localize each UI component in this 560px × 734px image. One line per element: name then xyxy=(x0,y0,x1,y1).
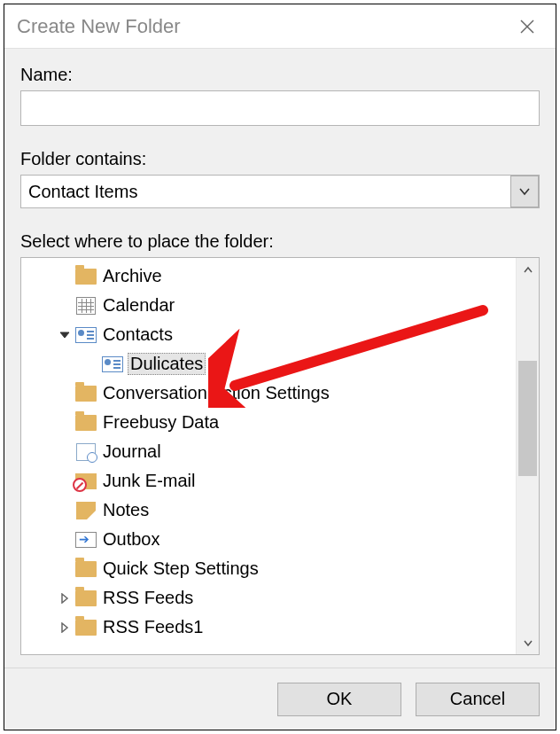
tree-item[interactable]: Calendar xyxy=(21,291,516,320)
folder-contains-label: Folder contains: xyxy=(20,149,540,169)
tree-item-label: Freebusy Data xyxy=(101,412,219,433)
tree-item[interactable]: RSS Feeds xyxy=(21,583,516,613)
dialog-footer: OK Cancel xyxy=(4,668,556,730)
folder-icon xyxy=(74,589,97,608)
titlebar: Create New Folder xyxy=(4,4,556,49)
scroll-down-button[interactable] xyxy=(517,631,539,654)
close-button[interactable] xyxy=(511,11,543,43)
select-where-label: Select where to place the folder: xyxy=(20,231,540,252)
tree-item-label: Junk E-mail xyxy=(101,471,195,491)
tree-item[interactable]: Quick Step Settings xyxy=(21,554,516,583)
cancel-button[interactable]: Cancel xyxy=(416,683,540,716)
name-input[interactable] xyxy=(20,90,540,126)
folder-contains-value: Contact Items xyxy=(28,182,137,202)
notes-icon xyxy=(74,501,97,520)
tree-expand-collapse[interactable] xyxy=(55,622,74,633)
tree-item[interactable]: Conversation Action Settings xyxy=(21,379,516,408)
tree-item-label: Dulicates xyxy=(128,353,206,375)
tree-item[interactable]: Dulicates xyxy=(21,349,516,379)
journal-icon xyxy=(74,442,97,462)
outbox-icon xyxy=(74,530,97,550)
tree-item[interactable]: Junk E-mail xyxy=(21,466,516,496)
ok-button-label: OK xyxy=(327,689,353,709)
tree-item-label: Notes xyxy=(101,500,149,520)
tree-item[interactable]: Notes xyxy=(21,496,516,525)
tree-item[interactable]: Journal xyxy=(21,437,516,466)
folder-icon xyxy=(74,618,97,637)
tree-item[interactable]: Archive xyxy=(21,262,516,291)
name-label: Name: xyxy=(20,65,540,85)
folder-tree-panel: ArchiveCalendarContactsDulicatesConversa… xyxy=(20,257,540,655)
tree-item-label: Journal xyxy=(101,441,161,462)
scroll-track[interactable] xyxy=(517,281,539,631)
ok-button[interactable]: OK xyxy=(277,683,401,716)
folder-icon xyxy=(74,559,97,579)
dialog-body: Name: Folder contains: Contact Items Sel… xyxy=(4,49,556,668)
tree-item-label: RSS Feeds1 xyxy=(101,617,203,637)
close-icon xyxy=(519,19,535,35)
junk-icon xyxy=(74,472,97,491)
tree-item-label: Calendar xyxy=(101,295,175,316)
scroll-thumb[interactable] xyxy=(518,361,537,476)
folder-icon xyxy=(74,267,97,286)
tree-item[interactable]: Freebusy Data xyxy=(21,408,516,437)
tree-item-label: RSS Feeds xyxy=(101,588,193,608)
tree-expand-collapse[interactable] xyxy=(55,331,74,340)
tree-item[interactable]: RSS Feeds1 xyxy=(21,613,516,642)
folder-tree[interactable]: ArchiveCalendarContactsDulicatesConversa… xyxy=(21,258,516,654)
scroll-up-button[interactable] xyxy=(517,258,539,281)
tree-item-label: Quick Step Settings xyxy=(101,558,259,579)
contacts-icon xyxy=(101,355,124,374)
dialog-window: Create New Folder Name: Folder contains:… xyxy=(4,4,556,730)
folder-icon xyxy=(74,413,97,433)
tree-item-label: Contacts xyxy=(101,324,173,345)
cancel-button-label: Cancel xyxy=(450,689,505,709)
tree-item-label: Outbox xyxy=(101,529,159,550)
folder-icon xyxy=(74,384,97,403)
chevron-down-icon xyxy=(518,187,531,196)
tree-item-label: Conversation Action Settings xyxy=(101,383,330,403)
contacts-icon xyxy=(74,325,97,345)
tree-expand-collapse[interactable] xyxy=(55,593,74,604)
tree-item-label: Archive xyxy=(101,266,162,286)
dialog-title: Create New Folder xyxy=(17,15,511,38)
chevron-up-icon xyxy=(523,265,533,274)
dropdown-button[interactable] xyxy=(510,176,539,207)
tree-item[interactable]: Contacts xyxy=(21,320,516,349)
scrollbar[interactable] xyxy=(516,258,539,654)
folder-contains-select[interactable]: Contact Items xyxy=(20,175,540,208)
tree-item[interactable]: Outbox xyxy=(21,525,516,554)
chevron-down-icon xyxy=(523,638,533,647)
calendar-icon xyxy=(74,296,97,316)
